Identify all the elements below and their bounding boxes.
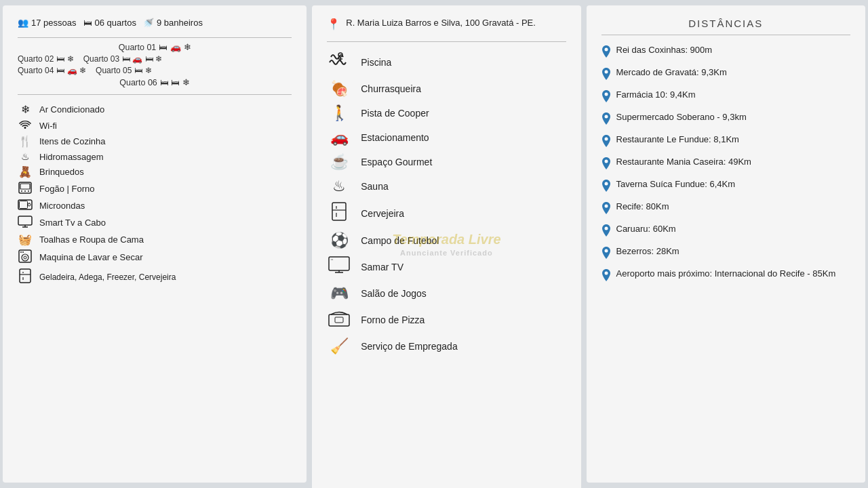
pessoas-label: 17 pessoas: [31, 18, 77, 28]
mid-forno-pizza: Forno de Pizza: [327, 309, 566, 331]
distance-bezerros: Bezerros: 28Km: [601, 246, 851, 262]
quarto-row-2: Quarto 02 🛏 ❄ Quarto 03 🛏 🚗 🛏 ❄: [18, 54, 292, 64]
quartos-item: 🛏 06 quartos: [83, 18, 136, 28]
distance-label: Rei das Coxinhas: 900m: [616, 45, 713, 55]
quarto-row-1: Quarto 01 🛏 🚗 ❄: [18, 42, 292, 52]
distance-label: Mercado de Gravatá: 9,3Km: [616, 67, 727, 77]
q03-label: Quarto 03: [83, 54, 119, 64]
left-panel: 👥 17 pessoas 🛏 06 quartos 🚿 9 banheiros …: [3, 5, 307, 483]
pin-icon: [601, 45, 611, 60]
hydro-icon: ♨: [18, 151, 33, 162]
banheiros-label: 9 banheiros: [157, 18, 203, 28]
distance-label: Restaurante Le Fundue: 8,1Km: [616, 134, 739, 144]
distance-supermercado: Supermercado Soberano - 9,3km: [601, 112, 851, 127]
pin-icon: [601, 113, 611, 127]
svg-point-3: [24, 190, 26, 192]
divider-2: [18, 94, 292, 95]
distance-list: Rei das Coxinhas: 900m Mercado de Gravat…: [601, 45, 851, 284]
svg-point-42: [604, 227, 608, 230]
mid-label: Piscina: [361, 57, 391, 68]
distance-rei-coxinhas: Rei das Coxinhas: 900m: [601, 45, 851, 60]
amenity-brinquedos: 🧸 Brinquedos: [18, 165, 292, 178]
running-icon: 🚶: [327, 104, 351, 122]
svg-point-4: [28, 190, 29, 192]
svg-point-7: [28, 203, 31, 206]
amenity-ar-condicionado: ❄ Ar Condicionado: [18, 103, 292, 116]
amenity-hidromassagem: ♨ Hidromassagem: [18, 151, 292, 162]
tv-icon: [18, 216, 33, 230]
pessoas-icon: 👥: [18, 18, 28, 28]
pessoas-item: 👥 17 pessoas: [18, 18, 77, 28]
banheiros-icon: 🚿: [143, 18, 154, 28]
distances-title: DISTÂNCIAS: [601, 18, 851, 35]
mid-label: Salão de Jogos: [361, 288, 427, 299]
divider-1: [18, 37, 292, 38]
q06-label: Quarto 06: [119, 78, 157, 87]
svg-point-44: [604, 272, 608, 275]
amenity-smarttv: Smart Tv a Cabo: [18, 216, 292, 230]
q01-label: Quarto 01: [119, 43, 157, 52]
svg-point-14: [24, 256, 26, 259]
svg-point-38: [604, 138, 608, 141]
mid-estacionamento: 🚗 Estacionamento: [327, 129, 566, 146]
q03-icons: 🛏 🚗 🛏 ❄: [122, 54, 162, 64]
pizza-oven-icon: [327, 309, 351, 331]
svg-rect-6: [20, 201, 28, 209]
mid-label: Campo de Futebol: [361, 235, 439, 246]
quarto-01: Quarto 01 🛏 🚗 ❄: [119, 42, 191, 52]
mid-cervejeira: Cervejeira: [327, 202, 566, 225]
soccer-icon: ⚽: [327, 232, 351, 249]
mid-empregada: 🧹 Serviço de Empregada: [327, 338, 566, 355]
svg-point-34: [604, 48, 608, 52]
quarto-05: Quarto 05 🛏 ❄: [96, 66, 152, 75]
mid-piscina: Piscina: [327, 52, 566, 73]
amenity-label: Hidromassagem: [39, 152, 104, 162]
mid-sauna: ♨ Sauna: [327, 178, 566, 195]
maid-icon: 🧹: [327, 338, 351, 355]
quartos-label: 06 quartos: [95, 18, 136, 28]
sauna-icon: ♨: [327, 178, 351, 195]
svg-point-43: [604, 249, 608, 253]
pin-icon: [601, 90, 611, 105]
games-icon: 🎮: [327, 285, 351, 302]
distance-mercado: Mercado de Gravatá: 9,3Km: [601, 67, 851, 83]
amenity-label: Ar Condicionado: [39, 104, 104, 115]
svg-point-13: [22, 254, 28, 261]
q05-label: Quarto 05: [96, 66, 132, 75]
distance-label: Aeroporto mais próximo: Internacional do…: [616, 268, 836, 279]
washer-icon: [18, 249, 33, 265]
distance-label: Supermercado Soberano - 9,3km: [616, 112, 747, 122]
quartos-icon: 🛏: [83, 18, 92, 28]
amenity-geladeira: Geladeira, Adega, Freezer, Cervejeira: [18, 268, 292, 285]
mid-tv: Samar TV: [327, 256, 566, 278]
svg-rect-1: [20, 184, 30, 189]
pin-icon: [601, 202, 611, 217]
q04-label: Quarto 04: [18, 66, 54, 75]
amenity-lavadora: Maquina de Lavar e Secar: [18, 249, 292, 265]
amenity-label: Itens de Cozinha: [39, 136, 106, 146]
microwave-icon: [18, 199, 33, 212]
pin-icon: [601, 180, 611, 195]
svg-point-37: [604, 115, 608, 119]
amenity-cozinha: 🍴 Itens de Cozinha: [18, 135, 292, 148]
distance-aeroporto: Aeroporto mais próximo: Internacional do…: [601, 268, 851, 284]
mid-label: Estacionamento: [361, 132, 429, 143]
amenity-microondas: Microondas: [18, 199, 292, 212]
distance-taverna: Taverna Suíca Fundue: 6,4Km: [601, 179, 851, 195]
parking-icon: 🚗: [327, 129, 351, 146]
mid-label: Pista de Cooper: [361, 108, 429, 119]
mid-amenity-list: Piscina 🍖 Churrasqueira 🚶 Pista de Coope…: [327, 52, 566, 355]
amenity-toalhas: 🧺 Toalhas e Roupa de Cama: [18, 233, 292, 246]
quarto-04: Quarto 04 🛏 🚗 ❄: [18, 66, 86, 75]
distance-label: Taverna Suíca Fundue: 6,4Km: [616, 179, 736, 189]
quarto-row-4: Quarto 06 🛏 🛏 ❄: [18, 77, 292, 87]
svg-rect-24: [332, 203, 346, 220]
q02-icons: 🛏 ❄: [56, 54, 73, 64]
svg-point-35: [604, 70, 608, 74]
svg-rect-17: [20, 269, 31, 283]
mid-futebol: ⚽ Campo de Futebol: [327, 232, 566, 249]
fridge2-icon: [327, 202, 351, 225]
mid-gourmet: ☕ Espaço Gourmet: [327, 153, 566, 171]
mid-divider: [327, 41, 566, 42]
svg-rect-32: [329, 314, 349, 326]
